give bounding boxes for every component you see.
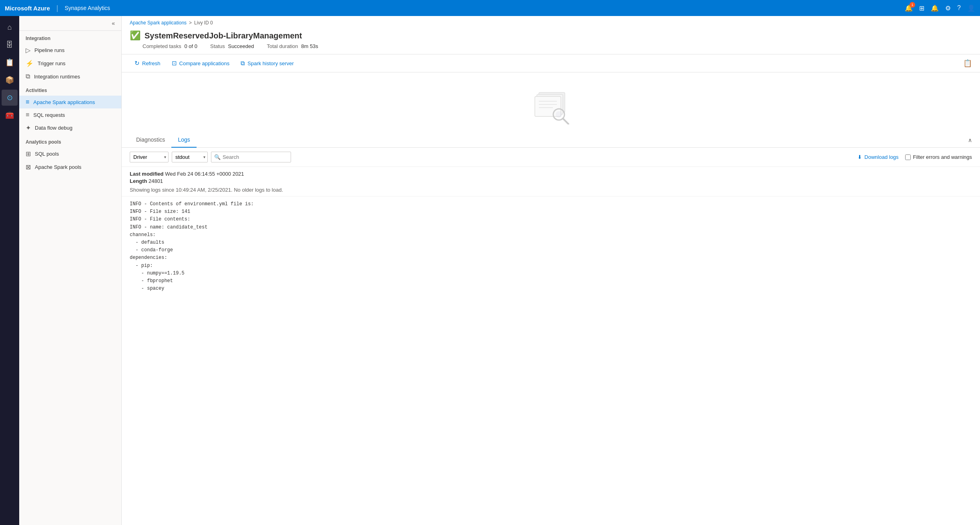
sidebar-item-label: Integration runtimes (34, 74, 80, 80)
integration-runtimes-icon: ⧉ (26, 73, 30, 80)
sidebar-item-label: Data flow debug (35, 125, 72, 131)
log-meta-length: Length 24801 (130, 178, 972, 184)
sidebar-item-label: Apache Spark applications (33, 99, 95, 105)
alerts-icon[interactable]: 🔔 (931, 4, 939, 12)
sidebar-section-analytics-pools: Analytics pools (19, 134, 121, 147)
sidebar-icon-data[interactable]: 🗄 (2, 37, 18, 53)
log-showing-message: Showing logs since 10:49:24 AM, 2/25/202… (122, 187, 980, 196)
sidebar-item-label: SQL requests (33, 112, 65, 118)
product-name: Synapse Analytics (64, 5, 110, 11)
tab-diagnostics[interactable]: Diagnostics (130, 132, 171, 148)
spark-pools-icon: ⊠ (26, 163, 31, 171)
account-icon[interactable]: 👤 (967, 4, 975, 12)
breadcrumb-current: Livy ID 0 (194, 20, 213, 26)
job-meta-completed-tasks: Completed tasks 0 of 0 (143, 43, 197, 49)
icon-sidebar: ⌂ 🗄 📋 📦 ⊙ 🧰 (0, 16, 19, 525)
stdout-dropdown-wrapper: stdout stderr log4j ▾ (172, 152, 208, 162)
spark-history-server-button[interactable]: ⧉ Spark history server (236, 58, 299, 69)
sidebar-top-controls: « (19, 16, 121, 31)
sidebar-item-label: Pipeline runs (34, 47, 64, 53)
driver-dropdown[interactable]: Driver Executor 1 Executor 2 (130, 152, 169, 162)
sidebar-item-trigger-runs[interactable]: ⚡ Trigger runs (19, 57, 121, 70)
job-header: ✅ SystemReservedJob-LibraryManagement Co… (122, 27, 980, 54)
trigger-runs-icon: ⚡ (26, 60, 34, 67)
main-content: Apache Spark applications > Livy ID 0 ✅ … (122, 16, 980, 525)
svg-line-7 (563, 118, 568, 124)
compare-label: Compare applications (179, 60, 230, 66)
sidebar-item-spark-applications[interactable]: ≡ Apache Spark applications (19, 96, 121, 108)
compare-icon: ⊡ (172, 60, 177, 67)
notification-badge: 1 (910, 2, 915, 8)
refresh-button[interactable]: ↻ Refresh (130, 58, 165, 69)
compare-applications-button[interactable]: ⊡ Compare applications (167, 58, 235, 69)
sidebar-item-label: SQL pools (35, 151, 59, 157)
job-title-row: ✅ SystemReservedJob-LibraryManagement (130, 30, 972, 41)
search-icon: 🔍 (214, 154, 221, 160)
data-flow-debug-icon: ✦ (26, 124, 31, 132)
tabs: Diagnostics Logs (130, 132, 197, 147)
tabs-collapse-icon[interactable]: ∧ (968, 137, 972, 143)
refresh-icon: ↻ (135, 60, 140, 67)
sidebar-item-pipeline-runs[interactable]: ▷ Pipeline runs (19, 44, 121, 57)
sidebar-icon-develop[interactable]: 📋 (2, 54, 18, 70)
help-icon[interactable]: ? (957, 4, 961, 12)
tab-logs[interactable]: Logs (171, 132, 196, 148)
pipeline-runs-icon: ▷ (26, 46, 30, 54)
sidebar-collapse-button[interactable]: « (110, 19, 116, 27)
download-icon: ⬇ (858, 154, 862, 160)
driver-dropdown-wrapper: Driver Executor 1 Executor 2 ▾ (130, 152, 169, 162)
sidebar-item-data-flow-debug[interactable]: ✦ Data flow debug (19, 121, 121, 134)
sidebar-item-sql-requests[interactable]: ≡ SQL requests (19, 108, 121, 121)
spark-history-icon: ⧉ (241, 60, 245, 67)
refresh-label: Refresh (142, 60, 161, 66)
sql-requests-icon: ≡ (26, 111, 29, 118)
spark-history-label: Spark history server (247, 60, 294, 66)
filter-errors-checkbox[interactable] (905, 154, 911, 160)
length-value: 24801 (149, 178, 163, 184)
length-label: Length (130, 178, 149, 184)
sql-pools-icon: ⊞ (26, 150, 31, 158)
sidebar-item-label: Apache Spark pools (35, 164, 81, 170)
sidebar-section-activities: Activities (19, 83, 121, 96)
job-meta: Completed tasks 0 of 0 Status Succeeded … (143, 43, 972, 49)
top-nav: Microsoft Azure | Synapse Analytics 🔔 1 … (0, 0, 980, 16)
tabs-container: Diagnostics Logs ∧ (122, 132, 980, 148)
sidebar-item-label: Trigger runs (38, 60, 66, 66)
sidebar-item-sql-pools[interactable]: ⊞ SQL pools (19, 147, 121, 160)
stdout-dropdown[interactable]: stdout stderr log4j (172, 152, 208, 162)
portal-icon[interactable]: ⊞ (919, 4, 924, 12)
notifications-icon[interactable]: 🔔 1 (905, 4, 913, 12)
empty-state (122, 72, 980, 132)
download-logs-label: Download logs (864, 154, 898, 160)
job-title: SystemReservedJob-LibraryManagement (145, 31, 302, 40)
empty-illustration (527, 88, 575, 124)
last-modified-value: Wed Feb 24 06:14:55 +0000 2021 (165, 171, 244, 177)
sidebar-item-integration-runtimes[interactable]: ⧉ Integration runtimes (19, 70, 121, 83)
brand-name: Microsoft Azure (5, 5, 50, 12)
svg-point-8 (556, 111, 562, 118)
breadcrumb-parent[interactable]: Apache Spark applications (130, 20, 187, 26)
search-input[interactable] (211, 152, 291, 162)
search-input-wrapper: 🔍 (211, 152, 291, 162)
filter-errors-label: Filter errors and warnings (913, 154, 972, 160)
toolbar: ↻ Refresh ⊡ Compare applications ⧉ Spark… (122, 54, 980, 72)
logs-toolbar: Driver Executor 1 Executor 2 ▾ stdout st… (122, 148, 980, 167)
log-meta: Last modified Wed Feb 24 06:14:55 +0000 … (122, 167, 980, 187)
log-meta-last-modified: Last modified Wed Feb 24 06:14:55 +0000 … (130, 171, 972, 177)
last-modified-label: Last modified (130, 171, 165, 177)
breadcrumb: Apache Spark applications > Livy ID 0 (122, 16, 980, 27)
nav-separator: | (56, 4, 58, 12)
filter-checkbox-wrapper: Filter errors and warnings (905, 154, 972, 160)
sidebar-icon-integrate[interactable]: 📦 (2, 72, 18, 88)
job-meta-duration: Total duration 8m 53s (267, 43, 318, 49)
job-status-icon: ✅ (130, 30, 141, 41)
sidebar-item-spark-pools[interactable]: ⊠ Apache Spark pools (19, 160, 121, 174)
download-logs-button[interactable]: ⬇ Download logs (854, 152, 902, 162)
job-meta-status: Status Succeeded (210, 43, 254, 49)
log-content: INFO - Contents of environment.yml file … (122, 196, 980, 525)
sidebar-icon-home[interactable]: ⌂ (2, 19, 18, 35)
sidebar-icon-monitor[interactable]: ⊙ (2, 90, 18, 106)
toolbar-right-icon[interactable]: 📋 (963, 59, 972, 68)
settings-icon[interactable]: ⚙ (945, 4, 951, 12)
sidebar-icon-manage[interactable]: 🧰 (2, 107, 18, 123)
